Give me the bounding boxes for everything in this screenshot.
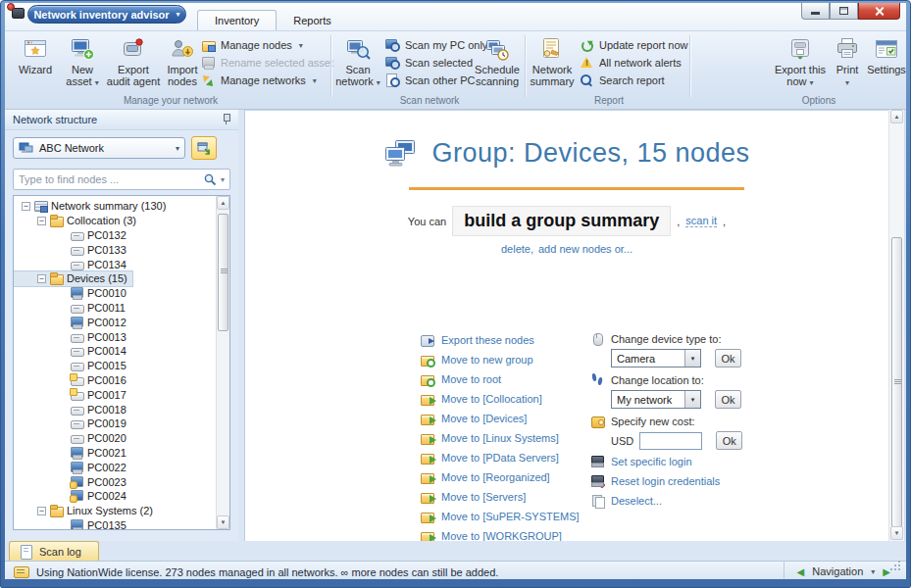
action-link[interactable]: Move to [PData Servers] — [420, 448, 580, 467]
status-bar: Using NationWide license. 273 nodes mana… — [5, 561, 906, 579]
tree-scrollbar[interactable]: ▲ ▼ — [216, 196, 229, 529]
tree-node[interactable]: Network summary (130) — [14, 199, 171, 214]
tree-node[interactable]: PC0133 — [14, 242, 131, 257]
tree-node[interactable]: PC0022 — [14, 460, 131, 474]
tree-node[interactable]: Devices (15) — [14, 271, 132, 286]
print-button[interactable]: Print▾ — [829, 34, 866, 97]
tree-node[interactable]: PC0011 — [14, 301, 130, 316]
chevron-down-icon[interactable]: ▾ — [684, 350, 700, 367]
tree-node[interactable]: PC0134 — [14, 257, 131, 271]
main-content: Group: Devices, 15 nodes You can build a… — [244, 110, 888, 541]
pushpin-icon[interactable] — [222, 114, 230, 125]
device-type-select[interactable]: Camera ▾ — [611, 349, 701, 368]
export-audit-agent-button[interactable]: Export audit agent — [105, 34, 162, 97]
tree-node[interactable]: PC0020 — [14, 431, 131, 446]
tree-collapse-icon[interactable] — [37, 507, 46, 515]
location-select[interactable]: My network ▾ — [611, 390, 701, 409]
tree-collapse-icon[interactable] — [37, 274, 46, 283]
chevron-down-icon[interactable]: ▾ — [684, 391, 700, 408]
tab-reports[interactable]: Reports — [277, 10, 348, 30]
computer-icon — [70, 286, 84, 300]
application-menu-button[interactable]: Network inventory advisor ▾ — [27, 5, 186, 24]
tree-node[interactable]: PC0132 — [14, 228, 131, 243]
main-scrollbar-thumb[interactable] — [891, 237, 902, 527]
tree-node[interactable]: PC0016 — [14, 373, 131, 388]
find-nodes-input[interactable] — [19, 173, 200, 185]
navigation-label[interactable]: Navigation — [812, 565, 863, 577]
main-scrollbar[interactable]: ▲ ▼ — [888, 110, 904, 541]
tree-node[interactable]: PC0017 — [14, 387, 131, 402]
action-link[interactable]: Export these nodes — [420, 330, 580, 350]
scan-selected-button[interactable]: Scan selected — [385, 55, 473, 71]
tree-node[interactable]: PC0015 — [14, 359, 131, 373]
import-nodes-button[interactable]: Import nodes — [162, 34, 203, 97]
scan-other-pc-button[interactable]: Scan other PC — [385, 73, 476, 88]
close-button[interactable] — [858, 3, 900, 20]
tab-inventory[interactable]: Inventory — [197, 10, 277, 30]
action-link[interactable]: Move to [Servers] — [420, 487, 580, 507]
tree-node[interactable]: Linux Systems (2) — [14, 504, 158, 518]
network-alerts-button[interactable]: All network alerts — [580, 55, 682, 71]
tree-node[interactable]: PC0012 — [14, 315, 131, 329]
minimize-button[interactable] — [801, 3, 830, 20]
action-link[interactable]: Move to [WORKGROUP] — [420, 526, 580, 541]
chevron-down-icon[interactable]: ▾ — [221, 175, 225, 184]
scroll-up-icon[interactable]: ▲ — [890, 110, 903, 123]
add-new-nodes-link[interactable]: add new nodes or... — [538, 243, 633, 255]
tree-node[interactable]: PC0010 — [14, 286, 131, 301]
action-link[interactable]: Move to [Collocation] — [420, 389, 580, 409]
export-this-now-button[interactable]: Export this now ▾ — [774, 34, 827, 97]
network-selector[interactable]: ABC Network ▾ — [13, 137, 185, 159]
scan-it-link[interactable]: scan it — [685, 215, 717, 227]
manage-nodes-button[interactable]: Manage nodes ▾ — [201, 37, 303, 53]
tree-node[interactable]: PC0018 — [14, 402, 131, 416]
update-report-button[interactable]: Update report now — [580, 37, 688, 53]
collapse-structure-button[interactable] — [191, 136, 217, 160]
tree-node[interactable]: PC0013 — [14, 329, 131, 344]
scroll-down-icon[interactable]: ▼ — [217, 515, 229, 529]
search-icon[interactable] — [204, 173, 217, 186]
chevron-down-icon[interactable]: ▾ — [871, 567, 875, 576]
tree-node[interactable]: PC0014 — [14, 344, 131, 359]
tree-scrollbar-thumb[interactable] — [218, 214, 228, 331]
folder-icon — [49, 504, 64, 517]
tree-node[interactable]: Collocation (3) — [14, 214, 141, 228]
scan-network-button[interactable]: Scan network ▾ — [334, 34, 381, 97]
resize-grip[interactable] — [890, 560, 901, 570]
tree-collapse-icon[interactable] — [37, 217, 46, 225]
schedule-scanning-button[interactable]: Schedule scanning — [470, 34, 525, 97]
tree-node[interactable]: PC0135 — [14, 518, 131, 530]
device-type-ok-button[interactable]: Ok — [715, 349, 741, 368]
tree-node[interactable]: PC0019 — [14, 416, 131, 431]
set-specific-login-link[interactable]: Set specific login — [590, 455, 692, 468]
maximize-button[interactable] — [830, 3, 858, 20]
build-group-summary-link[interactable]: build a group summary — [452, 206, 671, 236]
manage-networks-button[interactable]: Manage networks ▾ — [201, 73, 317, 88]
action-link[interactable]: Move to root — [420, 369, 580, 389]
cost-ok-button[interactable]: Ok — [716, 431, 742, 450]
reset-login-credentials-link[interactable]: Reset login credentials — [590, 474, 720, 488]
action-link[interactable]: Move to new group — [420, 350, 580, 369]
action-link[interactable]: Move to [SuPER-SYSTEMS] — [420, 507, 580, 526]
nav-back-icon[interactable]: ◀ — [797, 566, 805, 577]
deselect-link[interactable]: Deselect... — [590, 494, 662, 508]
action-link[interactable]: Move to [Reorganized] — [420, 467, 580, 487]
settings-button[interactable]: Settings — [866, 34, 906, 97]
location-ok-button[interactable]: Ok — [715, 390, 741, 409]
delete-link[interactable]: delete, — [501, 243, 533, 255]
network-summary-button[interactable]: Network summary — [529, 34, 576, 97]
cost-input[interactable] — [639, 432, 702, 450]
tree-node[interactable]: PC0021 — [14, 446, 131, 461]
tree-node[interactable]: PC0023 — [14, 474, 131, 489]
scroll-down-icon[interactable]: ▼ — [890, 526, 903, 540]
new-asset-button[interactable]: New asset ▾ — [60, 34, 105, 97]
action-link[interactable]: Move to [Devices] — [420, 409, 580, 428]
scroll-up-icon[interactable]: ▲ — [217, 196, 229, 210]
wizard-button[interactable]: Wizard — [13, 34, 58, 97]
tree-collapse-icon[interactable] — [22, 202, 30, 211]
search-report-button[interactable]: Search report — [580, 73, 665, 88]
scan-log-tab[interactable]: Scan log — [9, 541, 99, 561]
nav-forward-icon[interactable]: ▶ — [883, 566, 890, 577]
action-link[interactable]: Move to [Linux Systems] — [420, 428, 580, 448]
tree-node[interactable]: PC0024 — [14, 489, 131, 504]
